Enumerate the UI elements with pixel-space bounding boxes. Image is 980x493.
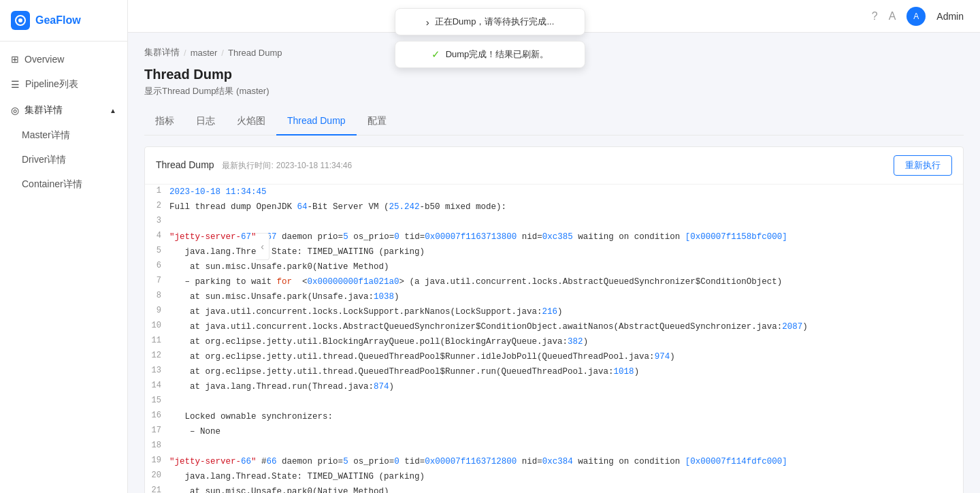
line-content: Locked ownable synchronizers:: [169, 410, 963, 424]
re-execute-button[interactable]: 重新执行: [894, 155, 952, 176]
line-number: 15: [145, 395, 169, 405]
line-number: 7: [145, 275, 169, 285]
sidebar-section-cluster[interactable]: ◎ 集群详情 ▲: [0, 97, 127, 123]
help-icon[interactable]: ?: [872, 10, 878, 22]
top-bar: ? A A Admin: [128, 0, 980, 33]
line-number: 11: [145, 335, 169, 345]
line-number: 5: [145, 245, 169, 255]
sidebar-item-container[interactable]: Container详情: [0, 172, 127, 197]
code-line-16: 16 Locked ownable synchronizers:: [145, 409, 963, 424]
line-number: 16: [145, 410, 169, 420]
line-number: 14: [145, 380, 169, 390]
line-content: at sun.misc.Unsafe.park0(Native Method): [169, 260, 963, 274]
sidebar-item-pipeline[interactable]: ☰ Pipeline列表: [0, 71, 127, 97]
thread-dump-title: Thread Dump: [156, 159, 214, 170]
sidebar-container-label: Container详情: [22, 178, 82, 189]
code-line-20: 20 java.lang.Thread.State: TIMED_WAITING…: [145, 469, 963, 484]
line-content: at org.eclipse.jetty.util.thread.QueuedT…: [169, 365, 963, 379]
page-title: Thread Dump: [144, 67, 964, 82]
last-exec-label: 最新执行时间:: [222, 161, 273, 170]
breadcrumb: 集群详情 / master / Thread Dump: [144, 46, 964, 59]
breadcrumb-master[interactable]: master: [191, 48, 218, 58]
sidebar-overview-label: Overview: [24, 54, 64, 65]
line-content: "jetty-server-66" #66 daemon prio=5 os_p…: [169, 455, 963, 468]
line-content: at sun.misc.Unsafe.park0(Native Method): [169, 485, 963, 493]
line-number: 19: [145, 455, 169, 465]
sidebar-item-driver[interactable]: Driver详情: [0, 148, 127, 172]
thread-dump-header-left: Thread Dump 最新执行时间: 2023-10-18 11:34:46: [156, 159, 352, 172]
line-content: – None: [169, 425, 963, 439]
code-line-12: 12 at org.eclipse.jetty.util.thread.Queu…: [145, 349, 963, 364]
sidebar-item-overview[interactable]: ⊞ Overview: [0, 47, 127, 71]
line-number: 1: [145, 185, 169, 195]
breadcrumb-current: Thread Dump: [228, 48, 282, 58]
logo-text: GeaFlow: [35, 14, 81, 27]
line-number: 20: [145, 470, 169, 480]
line-content: [169, 440, 963, 454]
page-subtitle: 显示Thread Dump结果 (master): [144, 85, 964, 97]
line-number: 2: [145, 200, 169, 210]
line-content: "jetty-server-67" #67 daemon prio=5 os_p…: [169, 230, 963, 244]
thread-dump-header: Thread Dump 最新执行时间: 2023-10-18 11:34:46 …: [145, 147, 963, 185]
avatar: A: [906, 7, 926, 26]
line-number: 6: [145, 260, 169, 270]
line-number: 17: [145, 425, 169, 435]
line-content: at java.util.concurrent.locks.AbstractQu…: [169, 320, 963, 334]
line-number: 3: [145, 215, 169, 225]
server-icon: ◎: [11, 105, 19, 116]
tab-metrics[interactable]: 指标: [144, 108, 185, 136]
line-content: at org.eclipse.jetty.util.thread.QueuedT…: [169, 350, 963, 364]
sidebar-cluster-label: 集群详情: [24, 104, 63, 116]
code-line-13: 13 at org.eclipse.jetty.util.thread.Queu…: [145, 364, 963, 379]
line-number: 9: [145, 305, 169, 315]
logo: GeaFlow: [0, 0, 127, 42]
line-number: 13: [145, 365, 169, 375]
sidebar-item-master[interactable]: Master详情: [0, 123, 127, 148]
code-line-17: 17 – None: [145, 424, 963, 439]
sidebar-nav: ⊞ Overview ☰ Pipeline列表 ◎ 集群详情 ▲ Master详…: [0, 42, 127, 493]
code-line-1: 12023-10-18 11:34:45: [145, 185, 963, 200]
tab-threaddump[interactable]: Thread Dump: [276, 108, 357, 136]
thread-dump-panel: Thread Dump 最新执行时间: 2023-10-18 11:34:46 …: [144, 146, 964, 493]
code-line-19: 19"jetty-server-66" #66 daemon prio=5 os…: [145, 454, 963, 469]
breadcrumb-sep-2: /: [221, 48, 224, 58]
chevron-up-icon: ▲: [110, 107, 116, 114]
line-number: 10: [145, 320, 169, 330]
logo-icon: [11, 11, 30, 30]
sidebar-collapse-button[interactable]: ‹: [256, 233, 270, 260]
line-content: [169, 215, 963, 229]
sidebar-master-label: Master详情: [22, 129, 70, 140]
code-line-2: 2Full thread dump OpenJDK 64-Bit Server …: [145, 200, 963, 214]
line-content: java.lang.Thread.State: TIMED_WAITING (p…: [169, 470, 963, 483]
code-line-10: 10 at java.util.concurrent.locks.Abstrac…: [145, 319, 963, 334]
line-content: at java.lang.Thread.run(Thread.java:874): [169, 380, 963, 394]
top-bar-right: ? A A Admin: [872, 7, 964, 26]
breadcrumb-cluster[interactable]: 集群详情: [144, 46, 180, 59]
admin-label: Admin: [936, 11, 964, 22]
grid-icon: ⊞: [11, 54, 19, 65]
code-line-7: 7 – parking to wait for <0x00000000f1a02…: [145, 274, 963, 289]
sidebar-pipeline-label: Pipeline列表: [25, 78, 78, 91]
line-content: [169, 395, 963, 409]
tab-config[interactable]: 配置: [357, 108, 397, 136]
code-line-15: 15: [145, 394, 963, 409]
code-line-8: 8 at sun.misc.Unsafe.park(Unsafe.java:10…: [145, 289, 963, 304]
code-line-9: 9 at java.util.concurrent.locks.LockSupp…: [145, 304, 963, 319]
line-number: 21: [145, 485, 169, 493]
tab-logs[interactable]: 日志: [185, 108, 226, 136]
page-content: 集群详情 / master / Thread Dump Thread Dump …: [128, 33, 980, 493]
breadcrumb-sep-1: /: [184, 48, 186, 58]
code-line-3: 3: [145, 214, 963, 229]
code-line-6: 6 at sun.misc.Unsafe.park0(Native Method…: [145, 259, 963, 274]
line-content: java.lang.Thread.State: TIMED_WAITING (p…: [169, 245, 963, 259]
tab-flamegraph[interactable]: 火焰图: [226, 108, 276, 136]
line-content: 2023-10-18 11:34:45: [169, 185, 963, 199]
sidebar: GeaFlow ⊞ Overview ☰ Pipeline列表 ◎ 集群详情 ▲…: [0, 0, 128, 493]
line-content: at sun.misc.Unsafe.park(Unsafe.java:1038…: [169, 290, 963, 304]
code-line-18: 18: [145, 439, 963, 454]
code-area: 12023-10-18 11:34:452Full thread dump Op…: [145, 185, 963, 493]
tabs: 指标 日志 火焰图 Thread Dump 配置: [144, 108, 964, 136]
translate-icon[interactable]: A: [889, 10, 896, 22]
sidebar-driver-label: Driver详情: [22, 154, 66, 165]
logo-svg: [14, 14, 27, 27]
